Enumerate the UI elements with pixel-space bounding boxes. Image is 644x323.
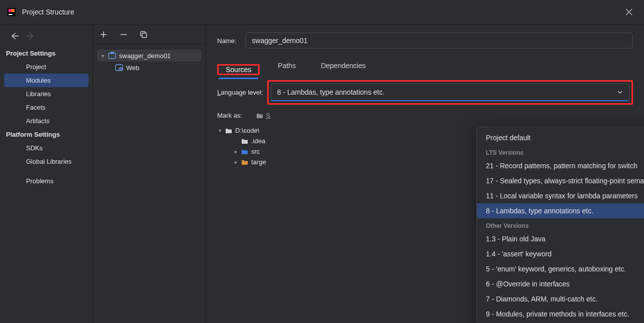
name-label: Name: xyxy=(217,37,236,45)
svg-rect-6 xyxy=(109,53,116,59)
chevron-right-icon[interactable]: ▸ xyxy=(233,159,238,165)
sidebar-item-project[interactable]: Project xyxy=(4,60,89,74)
folder-icon xyxy=(256,113,263,119)
web-icon xyxy=(115,64,123,72)
copy-icon[interactable] xyxy=(140,31,147,38)
popup-item[interactable]: 21 - Record patterns, pattern matching f… xyxy=(477,158,644,173)
chevron-down-icon[interactable]: ▾ xyxy=(100,53,105,59)
module-name-input[interactable] xyxy=(245,33,633,49)
tree-toolbar xyxy=(93,25,206,45)
popup-item[interactable]: 1.4 - 'assert' keyword xyxy=(477,246,644,261)
popup-group-header: Other Versions xyxy=(477,218,644,231)
tree-module-root[interactable]: ▾ swagger_demo01 xyxy=(97,50,202,62)
sidebar-group-project-settings: Project Settings xyxy=(0,47,93,60)
svg-rect-1 xyxy=(9,9,12,12)
tab-paths[interactable]: Paths xyxy=(271,58,303,75)
sidebar-item-artifacts[interactable]: Artifacts xyxy=(4,114,89,128)
sidebar-item-facets[interactable]: Facets xyxy=(4,101,89,114)
add-icon[interactable] xyxy=(100,31,107,38)
mark-as-option[interactable]: S xyxy=(256,112,271,119)
popup-group-header: LTS Versions xyxy=(477,145,644,158)
module-icon xyxy=(108,52,116,60)
back-icon[interactable] xyxy=(10,33,19,40)
tree-item-web[interactable]: Web xyxy=(112,62,202,74)
sidebar-item-global-libraries[interactable]: Global Libraries xyxy=(4,155,89,168)
dropdown-selected-value: 8 - Lambdas, type annotations etc. xyxy=(277,88,385,96)
folder-icon xyxy=(241,149,248,155)
tree-module-label: swagger_demo01 xyxy=(119,52,171,60)
titlebar: Project Structure xyxy=(0,0,644,24)
language-level-popup: Project default LTS Versions 21 - Record… xyxy=(476,127,644,323)
module-tree-panel: ▾ swagger_demo01 Web xyxy=(93,25,206,323)
sidebar-item-modules[interactable]: Modules xyxy=(4,74,89,87)
mark-as-row: Mark as: S xyxy=(217,112,633,119)
folder-icon xyxy=(225,128,232,134)
svg-rect-2 xyxy=(12,9,15,12)
tree-folder-label: targe xyxy=(251,158,266,166)
language-level-label: Language level: xyxy=(217,89,263,96)
nav-history xyxy=(0,29,93,47)
tree-folder-label: .idea xyxy=(251,137,265,145)
sidebar-item-sdks[interactable]: SDKs xyxy=(4,141,89,155)
window-title: Project Structure xyxy=(22,8,74,16)
tree-root-label: D:\code\ xyxy=(235,127,259,134)
popup-item[interactable]: 7 - Diamonds, ARM, multi-catch etc. xyxy=(477,291,644,306)
folder-icon xyxy=(241,138,248,144)
svg-rect-5 xyxy=(142,33,147,38)
popup-item[interactable]: 6 - @Override in interfaces xyxy=(477,276,644,291)
module-tabs: Sources Paths Dependencies xyxy=(217,58,633,75)
chevron-right-icon[interactable]: ▸ xyxy=(233,149,238,154)
tab-dependencies[interactable]: Dependencies xyxy=(314,58,373,75)
svg-rect-3 xyxy=(9,14,13,15)
folder-icon xyxy=(241,159,248,165)
popup-item-default[interactable]: Project default xyxy=(477,130,644,145)
popup-item[interactable]: 11 - Local variable syntax for lambda pa… xyxy=(477,188,644,203)
main-panel: Name: Sources Paths Dependencies Languag… xyxy=(206,25,644,323)
sidebar-item-libraries[interactable]: Libraries xyxy=(4,87,89,101)
sidebar-item-problems[interactable]: Problems xyxy=(4,174,89,188)
remove-icon[interactable] xyxy=(120,31,127,38)
sidebar-group-platform-settings: Platform Settings xyxy=(0,128,93,141)
popup-item-selected[interactable]: 8 - Lambdas, type annotations etc. xyxy=(477,203,644,218)
tree-folder-label: src xyxy=(251,148,260,155)
tab-sources[interactable]: Sources xyxy=(219,62,258,79)
app-icon xyxy=(7,8,16,17)
close-icon[interactable] xyxy=(621,4,637,20)
left-sidebar: Project Settings Project Modules Librari… xyxy=(0,25,93,323)
tree-item-label: Web xyxy=(126,64,140,72)
mark-as-partial-label: S xyxy=(266,112,271,119)
chevron-down-icon[interactable]: ▾ xyxy=(217,128,222,133)
language-level-dropdown[interactable]: 8 - Lambdas, type annotations etc. xyxy=(271,84,629,101)
forward-icon[interactable] xyxy=(26,33,35,40)
popup-item[interactable]: 1.3 - Plain old Java xyxy=(477,231,644,246)
popup-item[interactable]: 17 - Sealed types, always-strict floatin… xyxy=(477,173,644,188)
popup-item[interactable]: 5 - 'enum' keyword, generics, autoboxing… xyxy=(477,261,644,276)
popup-item[interactable]: 9 - Modules, private methods in interfac… xyxy=(477,306,644,321)
mark-as-label: Mark as: xyxy=(217,112,242,119)
chevron-down-icon xyxy=(617,89,623,95)
